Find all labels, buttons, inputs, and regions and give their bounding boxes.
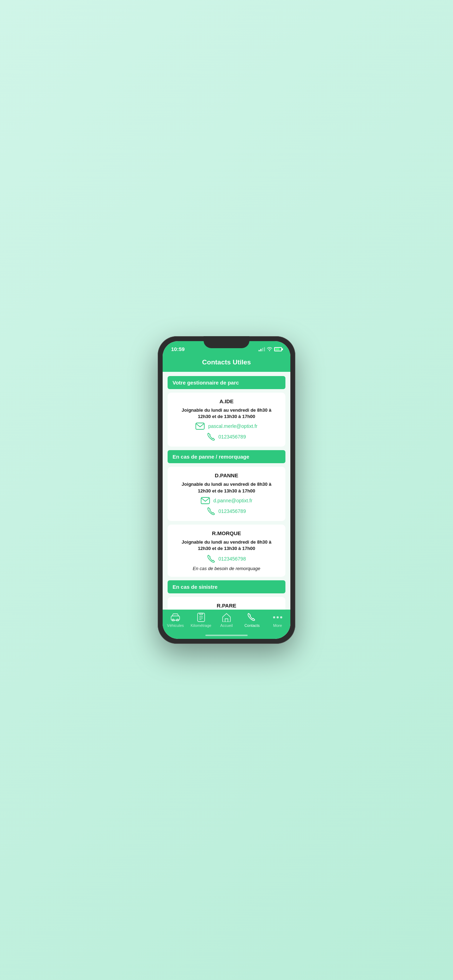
phone-screen: 10:59 Contacts Utiles: [163, 341, 290, 639]
nav-item-contacts[interactable]: Contacts: [241, 612, 262, 628]
battery-icon: [274, 347, 282, 352]
nav-label-more: More: [273, 624, 282, 628]
phone-icon: [207, 433, 215, 441]
nav-icon-contacts: [247, 612, 257, 622]
wifi-icon: [267, 347, 272, 352]
contact-hours-dpanne: Joignable du lundi au vendredi de 8h30 à…: [182, 481, 271, 494]
contact-card-dpanne: D.PANNE Joignable du lundi au vendredi d…: [168, 467, 285, 521]
app-header: Contacts Utiles: [163, 354, 290, 372]
bottom-nav: Véhicules Kilométrage: [163, 609, 290, 635]
nav-label-kilometrage: Kilométrage: [191, 624, 211, 628]
phone-icon-3: [207, 555, 215, 563]
home-bar: [205, 635, 248, 636]
nav-icon-vehicules: [170, 612, 180, 622]
nav-icon-accueil: [222, 612, 231, 622]
contact-name-rmorque: R.MORQUE: [212, 530, 241, 536]
notch: [203, 336, 250, 348]
contact-email-dpanne[interactable]: d.panne@optixt.fr: [201, 497, 253, 504]
contact-card-rmorque: R.MORQUE Joignable du lundi au vendredi …: [168, 525, 285, 577]
nav-label-vehicules: Véhicules: [167, 624, 184, 628]
phone-frame: 10:59 Contacts Utiles: [158, 336, 295, 644]
svg-point-11: [273, 616, 275, 619]
svg-rect-0: [196, 423, 204, 430]
contact-phone-dpanne[interactable]: 0123456789: [207, 507, 246, 515]
nav-icon-more: [273, 612, 283, 622]
svg-rect-7: [200, 613, 202, 615]
section-header-panne: En cas de panne / remorquage: [168, 450, 285, 463]
home-indicator: [163, 635, 290, 639]
contact-name-dpanne: D.PANNE: [215, 473, 238, 478]
nav-item-more[interactable]: More: [267, 612, 288, 628]
nav-icon-kilometrage: [196, 612, 206, 622]
nav-item-vehicules[interactable]: Véhicules: [165, 612, 186, 628]
svg-point-12: [277, 616, 279, 619]
contact-name-rpare: R.PARE: [217, 603, 236, 609]
svg-rect-1: [201, 497, 210, 504]
nav-item-kilometrage[interactable]: Kilométrage: [191, 612, 212, 628]
nav-item-accueil[interactable]: Accueil: [216, 612, 237, 628]
signal-icon: [259, 347, 265, 352]
page-title: Contacts Utiles: [168, 358, 285, 366]
phone-icon-2: [207, 507, 215, 515]
contact-name-aide: A.IDE: [219, 398, 234, 404]
contact-phone-aide[interactable]: 0123456789: [207, 433, 246, 441]
contact-card-rpare: R.PARE Joignable du lundi au vendredi de…: [168, 597, 285, 609]
email-icon: [196, 423, 205, 430]
svg-point-13: [280, 616, 282, 619]
nav-label-accueil: Accueil: [220, 624, 232, 628]
email-icon-2: [201, 497, 210, 504]
contact-phone-rmorque[interactable]: 0123456798: [207, 555, 246, 563]
contact-card-aide: A.IDE Joignable du lundi au vendredi de …: [168, 393, 285, 447]
section-header-sinistre: En cas de sinistre: [168, 580, 285, 593]
section-header-gestionnaire: Votre gestionnaire de parc: [168, 376, 285, 389]
status-time: 10:59: [171, 346, 184, 352]
content-area[interactable]: Votre gestionnaire de parc A.IDE Joignab…: [163, 372, 290, 609]
nav-label-contacts: Contacts: [245, 624, 260, 628]
status-icons: [259, 347, 282, 352]
contact-email-aide[interactable]: pascal.merle@optixt.fr: [196, 423, 257, 430]
contact-note-rmorque: En cas de besoin de remorquage: [192, 566, 261, 571]
contact-hours-rmorque: Joignable du lundi au vendredi de 8h30 à…: [182, 539, 271, 552]
contact-hours-aide: Joignable du lundi au vendredi de 8h30 à…: [182, 407, 271, 420]
